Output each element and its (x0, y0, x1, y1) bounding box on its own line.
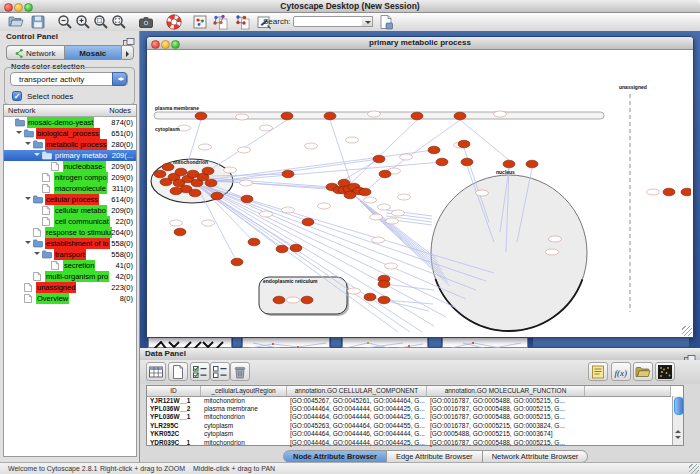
tree-row-cellular-metabo[interactable]: cellular metabo209(0) (4, 205, 136, 216)
attribute-matrix-button[interactable] (146, 362, 166, 381)
table-row-ypl036w__2[interactable]: YPL036W__2plasma membrane[GO:0044464, GO… (147, 405, 671, 413)
network-node[interactable] (503, 160, 515, 168)
notes-button[interactable] (588, 362, 608, 381)
network-node[interactable] (211, 192, 223, 200)
tree-row-biological-process[interactable]: biological_process651(0) (4, 128, 136, 139)
expand-arrow-icon[interactable] (34, 153, 40, 159)
zoom-in-button[interactable] (75, 14, 92, 30)
network-node[interactable] (378, 296, 390, 304)
create-attribute-button[interactable] (168, 362, 188, 381)
tree-row-overview[interactable]: Overview8(0) (4, 293, 136, 304)
network-node[interactable] (273, 296, 285, 304)
scrollbar-thumb[interactable] (674, 397, 684, 415)
expand-arrow-icon[interactable] (25, 241, 31, 247)
network-node[interactable] (378, 280, 390, 288)
float-panel-icon[interactable] (684, 350, 696, 359)
zoom-selected-region-button[interactable] (93, 14, 110, 30)
tree-row-response-to-stimulu[interactable]: response to stimulu264(0) (4, 227, 136, 238)
open-session-button[interactable] (8, 14, 25, 30)
window-resize-grip[interactable] (682, 326, 692, 336)
tree-row-nitrogen-compo[interactable]: nitrogen compo209(0) (4, 172, 136, 183)
scroll-up-icon[interactable] (675, 427, 681, 433)
node-color-dropdown[interactable]: transporter activity (10, 72, 128, 86)
tree-row-cellular-process[interactable]: cellular process614(0) (4, 194, 136, 205)
network-node[interactable] (276, 245, 288, 253)
network-node[interactable] (461, 158, 473, 166)
network-node[interactable] (175, 168, 187, 176)
select-nodes-checkbox[interactable]: ✓ (12, 91, 22, 101)
column-header-1[interactable]: _cellularLayoutRegion (201, 386, 287, 396)
network-node[interactable] (202, 167, 214, 175)
network-node[interactable] (170, 187, 182, 195)
delete-attribute-button[interactable] (230, 362, 250, 381)
table-row-ypl036w__1[interactable]: YPL036W__1mitochondrion[GO:0044464, GO:0… (147, 413, 671, 421)
network-node[interactable] (282, 170, 294, 178)
network-node[interactable] (681, 188, 691, 196)
import-network-button[interactable] (212, 14, 229, 30)
tree-row-nucleobase-[interactable]: nucleobase-209(0) (4, 161, 136, 172)
select-attributes-button[interactable] (190, 362, 210, 381)
search-dropdown-button[interactable] (362, 16, 373, 27)
network-node[interactable] (281, 112, 293, 120)
document-save-button[interactable] (378, 14, 395, 30)
expand-arrow-icon[interactable] (25, 197, 31, 203)
vizmapper-button[interactable] (192, 14, 209, 30)
tree-row-primary-metabo[interactable]: primary metabo209(... (4, 150, 136, 161)
tree-row-transport[interactable]: transport558(0) (4, 249, 136, 260)
network-node[interactable] (373, 155, 385, 163)
zoom-out-button[interactable] (57, 14, 74, 30)
table-row-ylr295c[interactable]: YLR295Ccytoplasm[GO:0045263, GO:0044464,… (147, 422, 671, 430)
network-node[interactable] (663, 188, 675, 196)
scroll-down-icon[interactable] (675, 436, 681, 442)
table-scrollbar[interactable] (672, 396, 683, 445)
network-node[interactable] (379, 170, 391, 178)
network-node[interactable] (301, 296, 313, 304)
network-node[interactable] (359, 188, 371, 196)
network-node[interactable] (205, 179, 217, 187)
network-node[interactable] (458, 140, 470, 148)
tab-network[interactable]: Network (6, 45, 64, 60)
expand-arrow-icon[interactable] (34, 252, 40, 258)
snapshot-button[interactable] (138, 14, 155, 30)
more-tabs-button[interactable] (121, 45, 134, 60)
column-header-2[interactable]: annotation.GO CELLULAR_COMPONENT (287, 386, 427, 396)
network-node[interactable] (241, 195, 253, 203)
network-node[interactable] (302, 218, 314, 226)
tree-row-macromolecule[interactable]: macromolecule311(0) (4, 183, 136, 194)
column-header-empty[interactable] (585, 386, 671, 396)
network-node[interactable] (154, 170, 166, 178)
network-node[interactable] (454, 112, 466, 120)
tree-row-cell-communicat[interactable]: cell communicat22(0) (4, 216, 136, 227)
expand-arrow-icon[interactable] (25, 142, 31, 148)
tree-row-mosaic-demo-yeast[interactable]: mosaic-demo-yeast874(0) (4, 117, 136, 128)
save-session-button[interactable] (30, 14, 47, 30)
formula-builder-button[interactable]: f(x) (611, 362, 631, 381)
network-node[interactable] (195, 112, 207, 120)
network-node[interactable] (428, 146, 440, 154)
tree-row-unassigned[interactable]: unassigned223(0) (4, 282, 136, 293)
table-row-yjr121w__1[interactable]: YJR121W__1mitochondrion[GO:0045267, GO:0… (147, 397, 671, 405)
network-node[interactable] (526, 160, 538, 168)
network-node[interactable] (231, 258, 243, 266)
network-node[interactable] (248, 238, 260, 246)
network-node[interactable] (436, 158, 448, 166)
network-node[interactable] (324, 112, 336, 120)
network-node[interactable] (189, 189, 201, 197)
search-input[interactable] (293, 16, 363, 27)
tree-row-metabolic-process[interactable]: metabolic process280(0) (4, 139, 136, 150)
network-node[interactable] (344, 191, 356, 199)
table-row-ykr052c[interactable]: YKR052Ccytoplasm[GO:0044464, GO:0044446,… (147, 430, 671, 438)
table-row-ydr039c__1[interactable]: YDR039C__1mitochondrion[GO:0044464, GO:0… (147, 439, 671, 447)
column-header-id[interactable]: ID (147, 386, 201, 396)
tree-row-establishment-of-lo[interactable]: establishment of lo558(0) (4, 238, 136, 249)
tab-mosaic[interactable]: Mosaic (64, 45, 122, 60)
network-node[interactable] (411, 112, 423, 120)
attribute-heatmap-button[interactable] (655, 362, 675, 381)
network-canvas[interactable]: plasma membranecytoplasmmitochondrionnuc… (148, 50, 691, 333)
network-node[interactable] (290, 244, 302, 252)
import-attribute-file-button[interactable] (633, 362, 653, 381)
float-panel-icon[interactable] (123, 33, 135, 42)
expand-arrow-icon[interactable] (16, 131, 22, 137)
zoom-fit-button[interactable] (111, 14, 128, 30)
network-node[interactable] (364, 293, 376, 301)
